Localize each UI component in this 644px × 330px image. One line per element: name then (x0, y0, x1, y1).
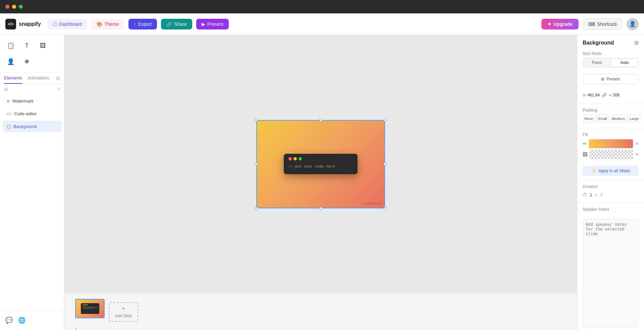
share-icon: 🔗 (166, 21, 172, 27)
export-button[interactable]: ↑ Export (128, 19, 157, 29)
share-button[interactable]: 🔗 Share (161, 19, 192, 29)
divider-3 (577, 180, 644, 180)
thumb-code-line-1 (83, 307, 98, 308)
sidebar-image-icon-btn[interactable]: 🖼 (36, 39, 50, 52)
watermark-label: Watermark (12, 98, 34, 104)
avatar-icon: 👤 (629, 21, 636, 27)
shortcuts-button[interactable]: ⌨ Shortcuts (583, 18, 623, 30)
padding-label: Padding (583, 108, 639, 113)
minimize-button[interactable] (12, 5, 16, 9)
sidebar-text-icon-btn[interactable]: T (20, 39, 34, 52)
dot-red (288, 157, 292, 160)
present-icon: ▶ (202, 21, 205, 27)
speaker-notes-section: Speaker Notes (577, 204, 644, 216)
right-panel-icon-btn[interactable]: ⊞ (634, 40, 639, 46)
tab-elements[interactable]: Elements (4, 75, 22, 84)
slide-watermark: snappify.com (364, 202, 381, 205)
handle-top-right[interactable] (384, 119, 386, 121)
sidebar-component-icon-btn[interactable]: ❖ (20, 55, 34, 68)
presets-button[interactable]: ⊞ Presets (583, 74, 639, 84)
padding-large[interactable]: Large (628, 115, 641, 123)
sidebar-item-watermark[interactable]: ≡ Watermark (3, 95, 61, 107)
height-value: 308 (613, 93, 620, 97)
thumb-dot-red (83, 304, 84, 306)
slide-thumbnail-1[interactable] (75, 299, 105, 318)
dot-yellow (293, 157, 297, 160)
size-mode-auto[interactable]: Auto (611, 58, 639, 67)
presets-icon: ⊞ (601, 77, 604, 81)
fill-close-icon[interactable]: ✕ (635, 141, 639, 146)
maximize-button[interactable] (19, 5, 23, 9)
speaker-notes-textarea[interactable] (583, 219, 639, 327)
slides-icon: 📋 (7, 42, 14, 49)
wh-section: W 461.84 🔗 H 308 (577, 88, 644, 102)
shortcuts-label: Shortcuts (597, 21, 617, 27)
pencil-icon[interactable]: ✏ (583, 141, 587, 146)
right-panel: Background ⊞ Size Mode Fixed Auto ⊞ Pres… (577, 35, 644, 330)
upgrade-label: Upgrade (553, 21, 573, 27)
dashboard-button[interactable]: ⬡ Dashboard (48, 19, 88, 29)
clock-icon: ⏱ (583, 192, 587, 197)
present-button[interactable]: ▶ Present (196, 19, 229, 29)
add-slide-plus-icon: + (122, 305, 125, 312)
fill-image-close-icon[interactable]: ✕ (635, 152, 639, 157)
chat-icon[interactable]: 💬 (5, 317, 13, 324)
sidebar-search-row: ⚙ ? (0, 84, 64, 95)
right-panel-title: Background (583, 40, 614, 46)
size-mode-section: Size Mode Fixed Auto (577, 49, 644, 70)
bottom-left-icons: 💬 🌐 (0, 310, 64, 330)
tab-animations[interactable]: Animations (28, 75, 49, 84)
upgrade-star-icon: ✦ (547, 21, 551, 27)
sidebar-item-code-editor[interactable]: ▭ Code editor (3, 108, 61, 119)
close-button[interactable] (5, 5, 9, 9)
slide-canvas: // put your code here snappify.com (257, 121, 384, 208)
link-icon: 🔗 (602, 93, 607, 97)
fill-label: Fill (583, 132, 639, 137)
duration-section: Duration ⏱ 1 s ↺ (577, 182, 644, 201)
apply-to-all-slides-button[interactable]: ✨ Apply to all Slides (583, 166, 639, 176)
dot-green (299, 157, 302, 160)
fill-section: Fill ✏ ✕ 🖼 ✕ (577, 130, 644, 163)
sidebar-person-icon-btn[interactable]: 👤 (4, 55, 17, 68)
upgrade-button[interactable]: ✦ Upgrade (541, 19, 579, 29)
fill-image-swatch[interactable] (589, 150, 633, 159)
code-window: // put your code here (284, 154, 358, 174)
image-icon: 🖼 (40, 42, 46, 49)
export-icon: ↑ (134, 21, 136, 27)
navbar: </> snappify ⬡ Dashboard 🎨 Theme ↑ Expor… (0, 13, 644, 35)
duration-refresh-icon[interactable]: ↺ (599, 192, 603, 197)
background-icon: ◻ (7, 123, 11, 129)
sidebar-icon-group: 📋 T 🖼 👤 ❖ (0, 35, 64, 73)
component-icon: ❖ (24, 58, 30, 65)
share-label: Share (174, 21, 186, 27)
padding-options: None Small Medium Large (583, 115, 639, 123)
code-text: // put your code here (288, 164, 353, 170)
speaker-notes-label: Speaker Notes (583, 207, 639, 212)
duration-label: Duration (583, 184, 639, 189)
height-label: H (609, 93, 611, 97)
theme-button[interactable]: 🎨 Theme (91, 19, 124, 29)
padding-none[interactable]: None (583, 115, 595, 123)
add-slide-button[interactable]: + Add Slide (109, 302, 138, 322)
logo-icon: </> (5, 19, 16, 29)
code-editor-icon: ▭ (7, 111, 11, 117)
sidebar-item-background[interactable]: ◻ Background (3, 121, 61, 132)
padding-medium[interactable]: Medium (610, 115, 627, 123)
handle-bottom-right[interactable] (384, 207, 386, 210)
left-sidebar: 📋 T 🖼 👤 ❖ Elements Animations ⊞ ⚙ ? (0, 35, 64, 330)
theme-icon: 🎨 (97, 21, 102, 27)
image-fill-icon[interactable]: 🖼 (583, 152, 587, 157)
fill-color-swatch[interactable] (589, 139, 633, 148)
padding-small[interactable]: Small (596, 115, 609, 123)
presets-label: Presets (606, 77, 620, 81)
code-editor-label: Code editor (14, 111, 37, 116)
avatar[interactable]: 👤 (627, 18, 639, 30)
globe-icon[interactable]: 🌐 (18, 317, 25, 324)
size-mode-fixed[interactable]: Fixed (583, 58, 611, 67)
sidebar-slides-icon-btn[interactable]: 📋 (4, 39, 17, 52)
sidebar-tab-extra-icon[interactable]: ⊞ (56, 75, 60, 84)
slide-wrapper[interactable]: // put your code here snappify.com (257, 121, 384, 208)
dashboard-label: Dashboard (59, 21, 82, 27)
slide-thumb-code (81, 303, 99, 314)
thumb-code-line-2 (83, 308, 95, 309)
